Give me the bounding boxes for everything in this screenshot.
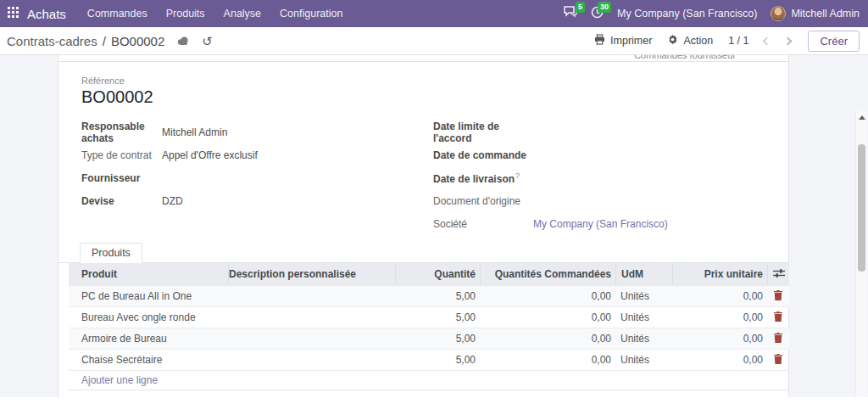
header-description[interactable]: Description personnalisée (228, 263, 395, 285)
help-tooltip-icon: ? (515, 171, 520, 180)
cell-quantites-commandees[interactable]: 0,00 (480, 290, 615, 302)
pager-previous-icon[interactable] (763, 36, 771, 45)
stat-button-strip: Commandes fournisseur (58, 55, 788, 62)
form-body: Référence BO00002 Responsable achats Mit… (58, 62, 788, 390)
breadcrumb-current: BO00002 (111, 34, 164, 48)
field-label: Date limite de l'accord (433, 121, 533, 144)
field-value[interactable]: My Company (San Francisco) (533, 218, 668, 230)
cell-udm[interactable]: Unités (615, 333, 672, 345)
cell-quantite[interactable]: 5,00 (395, 333, 480, 345)
tab-produits[interactable]: Produits (80, 243, 142, 263)
reference-value[interactable]: BO00002 (81, 87, 788, 107)
add-line-link[interactable]: Ajouter une ligne (69, 374, 158, 386)
action-button[interactable]: Action (667, 34, 713, 48)
field-date-livraison: Date de livraison? (433, 166, 788, 189)
table-row[interactable]: Chaise Secrétaire 5,00 0,00 Unités 0,00 (69, 349, 789, 370)
content-background: Commandes fournisseur Référence BO00002 … (0, 55, 868, 397)
header-udm[interactable]: UdM (615, 263, 672, 285)
notebook: Produits Produit Description personnalis… (81, 242, 788, 390)
cell-prix-unitaire[interactable]: 0,00 (672, 290, 767, 302)
create-button[interactable]: Créer (808, 31, 860, 52)
header-prix-unitaire[interactable]: Prix unitaire (672, 263, 767, 285)
cell-udm[interactable]: Unités (615, 290, 672, 302)
form-sheet: Commandes fournisseur Référence BO00002 … (58, 55, 789, 397)
table-row[interactable]: Armoire de Bureau 5,00 0,00 Unités 0,00 (69, 328, 789, 349)
action-label: Action (683, 35, 713, 47)
scroll-thumb[interactable] (858, 144, 865, 272)
field-label: Document d'origine (433, 195, 533, 207)
header-quantites-commandees[interactable]: Quantités Commandées (480, 263, 615, 285)
navbar-systray: 5 30 My Company (San Francisco) Mitchell… (564, 6, 868, 22)
reference-label: Référence (81, 76, 788, 86)
field-value[interactable]: Appel d'Offre exclusif (162, 149, 258, 161)
top-navbar: Achats Commandes Produits Analyse Config… (0, 0, 868, 27)
optional-columns-button[interactable] (767, 263, 789, 285)
cell-udm[interactable]: Unités (615, 354, 672, 366)
field-type-de-contrat: Type de contrat Appel d'Offre exclusif (81, 143, 433, 166)
cell-prix-unitaire[interactable]: 0,00 (672, 311, 767, 323)
activities-button[interactable]: 30 (591, 6, 604, 22)
delete-row-button[interactable] (767, 333, 789, 345)
app-name[interactable]: Achats (27, 7, 66, 21)
trash-icon (774, 311, 782, 324)
field-label: Date de livraison? (433, 171, 533, 185)
menu-configuration[interactable]: Configuration (270, 0, 352, 27)
cell-quantite[interactable]: 5,00 (395, 354, 480, 366)
cell-quantite[interactable]: 5,00 (395, 311, 480, 323)
cell-produit[interactable]: Bureau Avec ongle ronde (69, 311, 228, 323)
cell-produit[interactable]: Armoire de Bureau (69, 333, 228, 345)
company-switcher[interactable]: My Company (San Francisco) (617, 8, 757, 20)
field-responsable-achats: Responsable achats Mitchell Admin (81, 121, 433, 143)
pager-next-icon[interactable] (784, 36, 793, 45)
user-name: Mitchell Admin (791, 8, 860, 20)
messages-button[interactable]: 5 (564, 6, 577, 21)
trash-icon (774, 290, 782, 303)
field-value[interactable]: Mitchell Admin (162, 126, 227, 138)
user-menu[interactable]: Mitchell Admin (771, 6, 860, 21)
field-label: Type de contrat (81, 149, 162, 161)
delete-row-button[interactable] (767, 354, 789, 367)
table-row[interactable]: Bureau Avec ongle ronde 5,00 0,00 Unités… (69, 306, 789, 328)
activities-badge: 30 (598, 2, 611, 13)
cell-prix-unitaire[interactable]: 0,00 (672, 354, 767, 366)
field-label: Date de commande (433, 149, 533, 161)
menu-analyse[interactable]: Analyse (214, 0, 270, 27)
fields-right-column: Date limite de l'accord Date de commande… (433, 121, 788, 235)
scroll-up-arrow[interactable] (859, 115, 865, 120)
field-label: Société (433, 218, 533, 230)
trash-icon (774, 333, 782, 345)
pager-value: 1 / 1 (728, 35, 748, 47)
field-label: Fournisseur (81, 172, 162, 184)
apps-menu-button[interactable] (0, 0, 25, 27)
apps-grid-icon (8, 6, 19, 21)
header-quantite[interactable]: Quantité (395, 263, 480, 285)
discard-rotate-icon[interactable]: ↺ (202, 35, 213, 48)
breadcrumb-parent[interactable]: Contrats-cadres (7, 34, 97, 48)
cell-udm[interactable]: Unités (615, 311, 672, 323)
print-label: Imprimer (610, 35, 652, 47)
delete-row-button[interactable] (767, 311, 789, 324)
cell-prix-unitaire[interactable]: 0,00 (672, 333, 767, 345)
trash-icon (774, 354, 782, 367)
cell-quantites-commandees[interactable]: 0,00 (480, 333, 615, 345)
stat-button-partial[interactable]: Commandes fournisseur (634, 55, 736, 60)
table-row[interactable]: PC de Bureau All in One 5,00 0,00 Unités… (69, 285, 789, 306)
vertical-scrollbar[interactable] (855, 110, 867, 415)
field-value[interactable]: DZD (162, 195, 183, 207)
bottom-blank-strip (0, 397, 868, 415)
messages-badge: 5 (576, 2, 585, 13)
print-button[interactable]: Imprimer (594, 34, 652, 48)
cell-quantites-commandees[interactable]: 0,00 (480, 311, 615, 323)
menu-produits[interactable]: Produits (157, 0, 214, 27)
field-label: Responsable achats (81, 121, 162, 144)
cell-quantite[interactable]: 5,00 (395, 290, 480, 302)
cell-quantites-commandees[interactable]: 0,00 (480, 354, 615, 366)
menu-commandes[interactable]: Commandes (78, 0, 157, 27)
save-cloud-icon[interactable] (176, 36, 190, 46)
field-date-limite: Date limite de l'accord (433, 121, 788, 143)
cell-produit[interactable]: Chaise Secrétaire (69, 354, 228, 366)
header-produit[interactable]: Produit (69, 263, 228, 285)
tab-bar: Produits (58, 242, 788, 263)
delete-row-button[interactable] (767, 290, 789, 303)
cell-produit[interactable]: PC de Bureau All in One (69, 290, 228, 302)
